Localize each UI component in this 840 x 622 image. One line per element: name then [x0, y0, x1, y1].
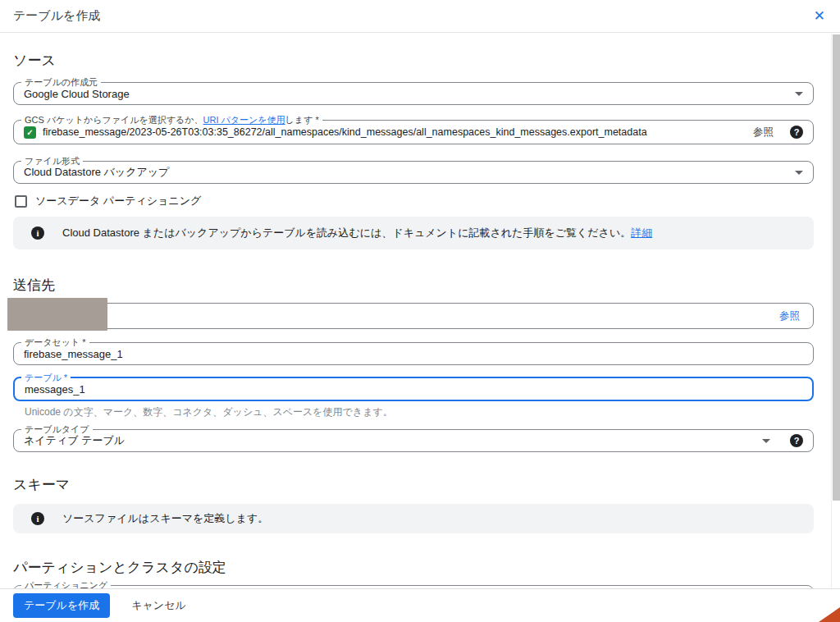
- destination-section-heading: 送信先: [13, 276, 814, 295]
- datastore-info-text: Cloud Datastore またはバックアップからテーブルを読み込むには、ド…: [62, 226, 652, 240]
- uri-pattern-link[interactable]: URI パターンを使用: [203, 115, 285, 125]
- partitioning-label: パーティショニング: [21, 579, 111, 588]
- page-title: テーブルを作成: [13, 8, 100, 24]
- dataset-input[interactable]: データセット * firebase_message_1: [13, 342, 814, 365]
- create-table-button[interactable]: テーブルを作成: [13, 593, 110, 618]
- dialog-header: テーブルを作成 ✕: [0, 0, 840, 33]
- close-icon[interactable]: ✕: [814, 9, 825, 23]
- datastore-info-text-body: Cloud Datastore またはバックアップからテーブルを読み込むには、ド…: [62, 226, 631, 239]
- source-partitioning-label: ソースデータ パーティショニング: [35, 194, 201, 208]
- gcs-label-suffix: します *: [285, 115, 319, 125]
- source-partitioning-row: ソースデータ パーティショニング: [13, 194, 814, 208]
- dataset-value: firebase_message_1: [24, 348, 123, 360]
- file-format-label: ファイル形式: [21, 155, 83, 167]
- chevron-down-icon[interactable]: [795, 171, 803, 175]
- table-name-value: messages_1: [25, 383, 85, 396]
- dataset-label: データセット *: [21, 336, 89, 348]
- schema-info-banner: i ソースファイルはスキーマを定義します。: [13, 504, 814, 533]
- redaction-overlay: [7, 298, 107, 331]
- file-format-select[interactable]: ファイル形式 Cloud Datastore バックアップ: [13, 161, 814, 184]
- details-link[interactable]: 詳細: [631, 226, 652, 239]
- table-type-select[interactable]: テーブルタイプ ネイティブ テーブル ?: [13, 429, 814, 452]
- create-table-from-label: テーブルの作成元: [21, 76, 101, 88]
- gcs-file-label: GCS バケットからファイルを選択するか、URI パターンを使用します *: [21, 114, 322, 126]
- dialog-footer: テーブルを作成 キャンセル: [0, 588, 840, 622]
- chevron-down-icon[interactable]: [762, 439, 770, 443]
- schema-section-heading: スキーマ: [13, 475, 814, 494]
- partition-section-heading: パーティションとクラスタの設定: [13, 558, 814, 577]
- cancel-button[interactable]: キャンセル: [131, 598, 186, 613]
- table-name-input[interactable]: テーブル * messages_1: [13, 377, 814, 401]
- info-icon: i: [31, 226, 44, 240]
- table-type-help-icon[interactable]: ?: [790, 434, 803, 447]
- create-table-from-value: Google Cloud Storage: [24, 88, 130, 100]
- table-name-helper-text: Unicode の文字、マーク、数字、コネクタ、ダッシュ、スペースを使用できます…: [25, 405, 814, 419]
- file-format-value: Cloud Datastore バックアップ: [24, 165, 169, 180]
- project-browse-button[interactable]: 参照: [779, 309, 800, 323]
- project-select[interactable]: プロジェクト 参照: [13, 303, 814, 329]
- gcs-label-prefix: GCS バケットからファイルを選択するか、: [25, 115, 203, 125]
- dialog-content: ソース テーブルの作成元 Google Cloud Storage GCS バケ…: [0, 51, 840, 588]
- schema-info-text: ソースファイルはスキーマを定義します。: [62, 511, 268, 526]
- info-icon: i: [31, 512, 44, 525]
- datastore-info-banner: i Cloud Datastore またはバックアップからテーブルを読み込むには…: [13, 217, 814, 249]
- source-section-heading: ソース: [13, 51, 814, 70]
- table-type-value: ネイティブ テーブル: [24, 433, 125, 448]
- source-partitioning-checkbox[interactable]: [15, 195, 27, 208]
- dialog-body: ソース テーブルの作成元 Google Cloud Storage GCS バケ…: [0, 34, 840, 588]
- validated-check-icon: ✓: [24, 126, 36, 139]
- gcs-file-path: firebase_message/2023-05-26T03:03:35_862…: [43, 126, 647, 138]
- gcs-browse-button[interactable]: 参照: [753, 126, 774, 139]
- create-table-from-select[interactable]: テーブルの作成元 Google Cloud Storage: [13, 82, 814, 105]
- scrollbar-thumb[interactable]: [833, 34, 840, 501]
- table-type-label: テーブルタイプ: [21, 423, 93, 435]
- scrollbar-track[interactable]: [831, 34, 840, 588]
- gcs-help-icon[interactable]: ?: [790, 126, 803, 139]
- gcs-file-input[interactable]: GCS バケットからファイルを選択するか、URI パターンを使用します * ✓ …: [13, 120, 814, 144]
- chevron-down-icon[interactable]: [795, 92, 803, 96]
- table-name-label: テーブル *: [21, 372, 71, 383]
